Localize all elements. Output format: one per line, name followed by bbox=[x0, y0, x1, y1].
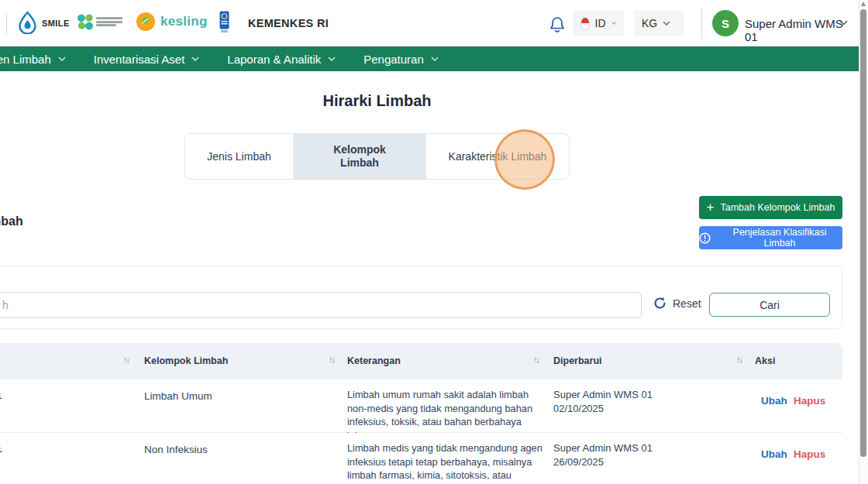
smile-wordmark: SMILE bbox=[42, 19, 70, 28]
nav-item-laporan-analitik[interactable]: Laporan & Analitik bbox=[227, 53, 336, 66]
chevron-down-icon[interactable] bbox=[839, 20, 848, 26]
cell-keterangan: Limbah medis yang tidak mengandung agen … bbox=[347, 441, 550, 484]
col-diperbarui: Diperbarui bbox=[553, 355, 602, 366]
sort-icon-aksi[interactable]: ↑↓ bbox=[736, 355, 742, 364]
cell-diperbarui: Super Admin WMS 01 02/10/2025 bbox=[553, 388, 653, 416]
ubah-link[interactable]: Ubah bbox=[761, 448, 787, 460]
scrollbar-thumb[interactable] bbox=[860, 9, 866, 457]
sort-icon-kelompok[interactable]: ↑↓ bbox=[123, 355, 129, 364]
page-title: Hirarki Limbah bbox=[184, 92, 570, 110]
chevron-down-icon bbox=[431, 57, 439, 61]
language-label: ID bbox=[595, 17, 606, 29]
kemenkes-icon bbox=[74, 11, 96, 33]
kemenkes-logo bbox=[74, 11, 122, 33]
cari-button[interactable]: Cari bbox=[709, 293, 830, 317]
kesling-wordmark: kesling bbox=[160, 14, 208, 29]
kemenkes-text-lines bbox=[96, 16, 122, 28]
smile-logo: SMILE bbox=[17, 11, 70, 34]
cell-diperbarui: Super Admin WMS 01 26/09/2025 bbox=[553, 441, 653, 469]
hapus-link[interactable]: Hapus bbox=[794, 395, 825, 407]
indonesia-flag-icon bbox=[580, 17, 590, 30]
info-icon bbox=[699, 232, 711, 244]
kesling-icon bbox=[135, 11, 157, 33]
hirarki-tabs: Jenis Limbah Kelompok Limbah Karakterist… bbox=[184, 133, 570, 180]
main-navbar: Manajemen Limbah Inventarisasi Aset Lapo… bbox=[0, 46, 859, 71]
clipped-first-column-fragment: u bbox=[0, 390, 2, 401]
notification-bell-icon[interactable] bbox=[549, 16, 565, 33]
top-header: SMILE bbox=[0, 0, 859, 46]
section-title-clipped: Kelompok Limbah bbox=[0, 215, 23, 228]
hapus-link[interactable]: Hapus bbox=[794, 448, 825, 460]
language-selector[interactable]: ID bbox=[573, 10, 624, 36]
search-placeholder-fragment: h bbox=[2, 299, 9, 311]
cell-kelompok: Non Infeksius bbox=[144, 444, 208, 455]
kesling-logo: kesling bbox=[135, 11, 208, 33]
nav-item-inventarisasi-aset[interactable]: Inventarisasi Aset bbox=[94, 53, 200, 66]
cell-kelompok: Limbah Umum bbox=[144, 390, 212, 402]
table-header: ↑↓ Kelompok Limbah ↑↓ Keterangan ↑↓ Dipe… bbox=[0, 343, 842, 379]
chevron-down-icon bbox=[328, 57, 336, 61]
clipped-divider bbox=[6, 14, 7, 34]
tab-karakteristik-limbah[interactable]: Karakteristik Limbah bbox=[426, 134, 569, 179]
reset-label: Reset bbox=[673, 297, 701, 310]
user-avatar[interactable]: S bbox=[712, 10, 739, 36]
smile-drop-icon bbox=[17, 11, 38, 34]
reset-button[interactable]: Reset bbox=[653, 296, 701, 311]
hirarki-limbah-page: SMILE bbox=[0, 0, 868, 484]
sort-icon-keterangan[interactable]: ↑↓ bbox=[329, 355, 334, 364]
tambah-kelompok-limbah-button[interactable]: + Tambah Kelompok Limbah bbox=[699, 196, 842, 219]
col-aksi: Aksi bbox=[755, 355, 775, 366]
clipped-first-column-fragment: u bbox=[0, 443, 2, 455]
app-title: KEMENKES RI bbox=[248, 17, 329, 29]
undp-logo bbox=[219, 11, 229, 34]
chevron-down-icon bbox=[191, 57, 199, 61]
chevron-down-icon bbox=[663, 21, 670, 26]
tab-kelompok-limbah[interactable]: Kelompok Limbah bbox=[294, 134, 426, 179]
plus-icon: + bbox=[707, 201, 715, 214]
nav-item-pengaturan[interactable]: Pengaturan bbox=[363, 53, 439, 66]
table-row: u Non Infeksius Limbah medis yang tidak … bbox=[0, 433, 842, 484]
refresh-icon bbox=[653, 296, 667, 311]
unit-selector[interactable]: KG bbox=[634, 10, 684, 36]
scrollbar-up-arrow[interactable] bbox=[861, 2, 866, 6]
chevron-down-icon bbox=[611, 21, 616, 26]
ubah-link[interactable]: Ubah bbox=[761, 395, 787, 407]
chevron-down-icon bbox=[58, 57, 66, 61]
search-input[interactable] bbox=[0, 292, 642, 318]
col-kelompok-limbah: Kelompok Limbah bbox=[144, 355, 228, 366]
penjelasan-klasifikasi-button[interactable]: Penjelasan Klasifikasi Limbah bbox=[699, 226, 842, 249]
header-divider bbox=[701, 8, 702, 39]
table-row: u Limbah Umum Limbah umum rumah sakit ad… bbox=[0, 379, 842, 433]
unit-label: KG bbox=[642, 17, 657, 29]
tab-jenis-limbah[interactable]: Jenis Limbah bbox=[185, 134, 294, 179]
nav-item-manajemen-limbah[interactable]: Manajemen Limbah bbox=[0, 53, 66, 66]
sort-icon-diperbarui[interactable]: ↑↓ bbox=[533, 355, 539, 364]
col-keterangan: Keterangan bbox=[347, 355, 401, 366]
